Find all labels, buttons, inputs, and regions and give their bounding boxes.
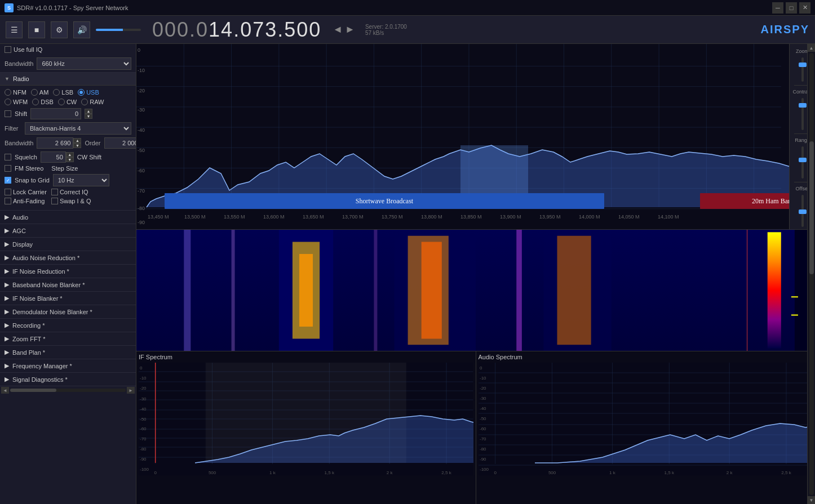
svg-text:13,500 M: 13,500 M — [184, 214, 206, 220]
plugin-ifnr-arrow: ▶ — [5, 267, 9, 275]
scroll-track[interactable] — [809, 53, 814, 495]
scroll-right-btn[interactable]: ► — [127, 387, 135, 394]
svg-rect-59 — [299, 254, 313, 327]
order-input[interactable] — [104, 137, 137, 149]
h-scroll-track[interactable] — [10, 389, 126, 392]
plugin-audio-noise-reduction[interactable]: ▶ Audio Noise Reduction * — [0, 251, 136, 265]
radio-dsb[interactable]: DSB — [32, 99, 54, 105]
plugin-bp-label: Band Plan * — [12, 349, 45, 356]
scroll-up-btn[interactable]: ▲ — [808, 44, 816, 52]
plugin-frequency-manager[interactable]: ▶ Frequency Manager * — [0, 359, 136, 373]
plugin-zoom-fft[interactable]: ▶ Zoom FFT * — [0, 332, 136, 346]
svg-text:-90: -90 — [140, 457, 147, 462]
if-spectrum-panel: IF Spectrum — [136, 351, 476, 504]
plugin-demodulator-noise-blanker[interactable]: ▶ Demodulator Noise Blanker * — [0, 305, 136, 319]
svg-text:-30: -30 — [480, 396, 486, 401]
radio-am[interactable]: AM — [31, 89, 49, 96]
squelch-up[interactable]: ▲ — [66, 152, 74, 157]
restore-button[interactable]: □ — [786, 2, 797, 14]
settings-button[interactable]: ⚙ — [51, 21, 68, 38]
svg-text:-50: -50 — [138, 148, 145, 153]
filter-select[interactable]: Blackman-Harris 4 Hamming Hann — [25, 122, 131, 135]
minimize-button[interactable]: ─ — [772, 2, 783, 14]
swap-iq-checkbox[interactable] — [51, 198, 58, 204]
squelch-down[interactable]: ▼ — [66, 157, 74, 162]
svg-text:-80: -80 — [140, 447, 147, 452]
plugin-audio[interactable]: ▶ Audio — [0, 211, 136, 224]
freq-right-arrow[interactable]: ► — [345, 24, 355, 35]
radio-wfm[interactable]: WFM — [5, 99, 28, 105]
radio-section-header[interactable]: ▼ Radio — [0, 73, 136, 86]
range-slider[interactable] — [801, 146, 804, 179]
radio-circle-dsb[interactable] — [32, 99, 39, 105]
bw-up[interactable]: ▲ — [73, 138, 81, 143]
anti-fading-checkbox[interactable] — [5, 198, 11, 204]
freq-left-arrow[interactable]: ◄ — [333, 24, 343, 35]
bw-down[interactable]: ▼ — [73, 143, 81, 148]
menu-button[interactable]: ☰ — [6, 21, 23, 38]
contrast-slider[interactable] — [801, 98, 804, 130]
shift-checkbox[interactable] — [5, 110, 11, 117]
radio-lsb[interactable]: LSB — [53, 89, 73, 96]
radio-row-1: NFM AM LSB USB — [5, 89, 131, 96]
snap-select[interactable]: 10 Hz 100 Hz 1 kHz — [53, 174, 109, 186]
stop-button[interactable]: ■ — [28, 21, 45, 38]
radio-raw[interactable]: RAW — [81, 99, 104, 105]
plugin-agc-label: AGC — [12, 228, 26, 234]
radio-circle-wfm[interactable] — [5, 99, 11, 105]
audio-button[interactable]: 🔊 — [73, 21, 90, 38]
if-spectrum-title: IF Spectrum — [139, 354, 473, 360]
shift-down[interactable]: ▼ — [85, 114, 92, 119]
swap-iq-label: Swap I & Q — [60, 198, 91, 204]
plugin-if-noise-blanker[interactable]: ▶ IF Noise Blanker * — [0, 292, 136, 305]
volume-slider[interactable] — [96, 29, 141, 31]
radio-circle-lsb[interactable] — [53, 89, 60, 96]
plugin-baseband-noise-blanker[interactable]: ▶ Baseband Noise Blanker * — [0, 278, 136, 292]
plugin-fm-arrow: ▶ — [5, 362, 9, 369]
correct-iq-label: Correct IQ — [60, 189, 88, 195]
radio-usb[interactable]: USB — [78, 89, 99, 96]
correct-iq-checkbox[interactable] — [51, 189, 58, 195]
lock-carrier-checkbox[interactable] — [5, 189, 11, 195]
audio-spectrum-panel: Audio Spectrum — [476, 351, 816, 504]
radio-cw[interactable]: CW — [58, 99, 77, 105]
svg-text:2,5 k: 2,5 k — [781, 470, 791, 475]
right-panel: 0 -10 -20 -30 -40 -50 -60 -70 -80 -90 — [136, 44, 815, 504]
radio-circle-cw[interactable] — [58, 99, 65, 105]
plugin-signal-diagnostics[interactable]: ▶ Signal Diagnostics * — [0, 373, 136, 386]
plugin-display[interactable]: ▶ Display — [0, 238, 136, 251]
radio-nfm[interactable]: NFM — [5, 89, 26, 96]
snap-checkbox[interactable] — [5, 177, 11, 184]
plugin-agc[interactable]: ▶ AGC — [0, 224, 136, 238]
fm-stereo-checkbox[interactable] — [5, 165, 11, 172]
radio-circle-usb[interactable] — [78, 89, 85, 96]
scroll-down-btn[interactable]: ▼ — [808, 496, 816, 504]
svg-rect-64 — [516, 230, 522, 351]
close-button[interactable]: ✕ — [799, 2, 810, 14]
plugin-anr-arrow: ▶ — [5, 254, 9, 261]
squelch-label: Squelch — [15, 154, 37, 160]
toolbar: ☰ ■ ⚙ 🔊 000.014.073.500 ◄ ► Server: 2.0.… — [0, 16, 815, 44]
svg-text:13,550 M: 13,550 M — [224, 214, 245, 220]
snap-row: Snap to Grid 10 Hz 100 Hz 1 kHz — [5, 174, 131, 186]
offset-slider[interactable] — [801, 195, 804, 227]
zoom-slider[interactable] — [801, 57, 804, 82]
squelch-input[interactable] — [41, 151, 66, 163]
svg-text:13,950 M: 13,950 M — [539, 214, 561, 220]
use-full-iq-checkbox[interactable] — [5, 46, 11, 53]
shift-input[interactable] — [30, 108, 81, 119]
radio-circle-am[interactable] — [31, 89, 38, 96]
radio-circle-nfm[interactable] — [5, 89, 11, 96]
shift-up[interactable]: ▲ — [85, 109, 92, 114]
squelch-checkbox[interactable] — [5, 154, 11, 160]
bw-num-input[interactable] — [37, 137, 73, 149]
radio-circle-raw[interactable] — [81, 99, 88, 105]
svg-text:-30: -30 — [138, 107, 145, 113]
plugin-if-noise-reduction[interactable]: ▶ IF Noise Reduction * — [0, 265, 136, 278]
plugin-recording[interactable]: ▶ Recording * — [0, 319, 136, 332]
bandwidth-select[interactable]: 660 kHz 1.2 MHz 2.4 MHz — [37, 57, 131, 70]
svg-text:1,5 k: 1,5 k — [664, 470, 674, 475]
plugin-band-plan[interactable]: ▶ Band Plan * — [0, 346, 136, 359]
audio-spectrum-title: Audio Spectrum — [479, 354, 813, 360]
scroll-left-btn[interactable]: ◄ — [1, 387, 9, 394]
